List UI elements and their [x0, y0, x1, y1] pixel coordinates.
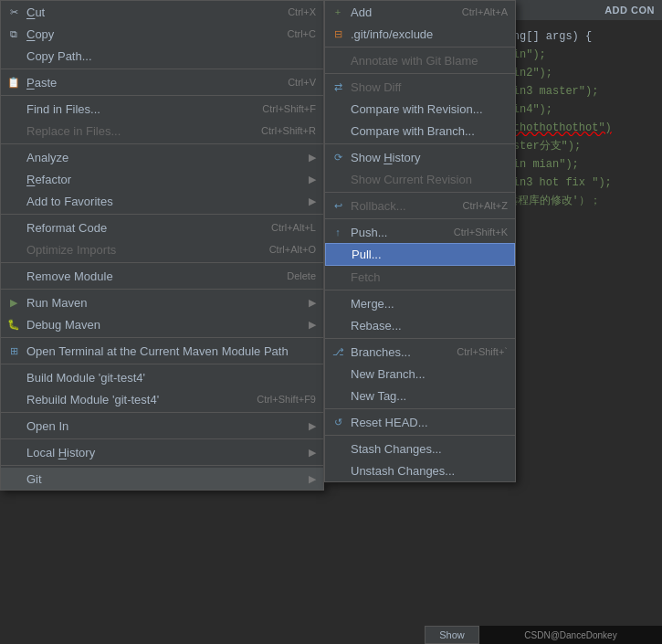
menu-label-find-files: Find in Files... [26, 102, 100, 116]
watermark-text: CSDN@DanceDonkey [524, 630, 616, 640]
rollback-icon: ↩ [331, 198, 345, 213]
arrow-icon: ▶ [309, 473, 316, 485]
separator [1, 438, 323, 439]
history-icon: ⟳ [331, 150, 345, 164]
menu-item-compare-revision[interactable]: Compare with Revision... [325, 98, 515, 120]
menu-item-open-terminal[interactable]: ⊞ Open Terminal at the Current Maven Mod… [1, 340, 323, 362]
shortcut-add: Ctrl+Alt+A [444, 6, 508, 17]
menu-label-add-favorites: Add to Favorites [26, 195, 113, 208]
menu-label-copy-path: Copy Path... [26, 49, 92, 63]
menu-label-new-branch: New Branch... [351, 367, 426, 381]
menu-item-unstash[interactable]: Unstash Changes... [325, 459, 515, 481]
menu-item-build-module[interactable]: Build Module 'git-test4' [1, 366, 323, 388]
separator [325, 218, 515, 219]
separator [1, 214, 323, 215]
menu-item-replace-files[interactable]: Replace in Files... Ctrl+Shift+R [1, 120, 323, 142]
menu-label-branches: Branches... [351, 345, 411, 359]
menu-item-find-files[interactable]: Find in Files... Ctrl+Shift+F [1, 98, 323, 120]
shortcut-cut: Ctrl+X [269, 6, 316, 17]
separator [1, 337, 323, 338]
menu-label-stash: Stash Changes... [351, 442, 442, 456]
menu-item-optimize-imports[interactable]: Optimize Imports Ctrl+Alt+O [1, 238, 323, 260]
menu-label-add: Add [351, 5, 372, 19]
separator [325, 435, 515, 436]
scissors-icon: ✂ [6, 5, 21, 19]
menu-item-local-history[interactable]: Local History ▶ [1, 441, 323, 463]
menu-item-new-tag[interactable]: New Tag... [325, 385, 515, 406]
paste-icon: 📋 [6, 75, 21, 90]
menu-label-paste: Paste [26, 76, 57, 90]
show-button[interactable]: Show [425, 626, 479, 644]
shortcut-branches: Ctrl+Shift+` [438, 346, 508, 357]
shortcut-rebuild: Ctrl+Shift+F9 [238, 394, 316, 405]
menu-label-copy: Copy [26, 27, 54, 41]
menu-item-show-history[interactable]: ⟳ Show History [325, 146, 515, 168]
menu-item-debug-maven[interactable]: 🐛 Debug Maven ▶ [1, 313, 323, 335]
menu-item-add-favorites[interactable]: Add to Favorites ▶ [1, 190, 323, 212]
menu-label-push: Push... [351, 226, 387, 239]
separator [1, 364, 323, 364]
menu-label-optimize: Optimize Imports [26, 243, 116, 257]
menu-item-run-maven[interactable]: ▶ Run Maven ▶ [1, 291, 323, 313]
menu-item-annotate[interactable]: Annotate with Git Blame [325, 49, 515, 71]
menu-item-remove-module[interactable]: Remove Module Delete [1, 265, 323, 287]
menu-item-reset-head[interactable]: ↺ Reset HEAD... [325, 411, 515, 433]
menu-label-rebuild: Rebuild Module 'git-test4' [26, 393, 159, 406]
menu-label-compare-revision: Compare with Revision... [351, 102, 483, 116]
shortcut-paste: Ctrl+V [269, 77, 316, 88]
separator [325, 143, 515, 144]
menu-label-compare-branch: Compare with Branch... [351, 124, 475, 138]
menu-label-open-terminal: Open Terminal at the Current Maven Modul… [26, 344, 289, 358]
menu-item-cut[interactable]: ✂ Cut Ctrl+X [1, 1, 323, 23]
shortcut-copy: Ctrl+C [269, 28, 316, 39]
menu-item-refactor[interactable]: Refactor ▶ [1, 168, 323, 190]
separator [1, 143, 323, 144]
arrow-icon: ▶ [309, 152, 316, 164]
branch-icon: ⎇ [331, 344, 345, 359]
menu-item-open-in[interactable]: Open In ▶ [1, 415, 323, 437]
shortcut-replace: Ctrl+Shift+R [243, 125, 316, 136]
shortcut-find: Ctrl+Shift+F [244, 103, 316, 114]
arrow-icon: ▶ [309, 174, 316, 185]
menu-label-show-diff: Show Diff [351, 80, 401, 94]
menu-label-remove-module: Remove Module [26, 269, 113, 283]
menu-label-build: Build Module 'git-test4' [26, 371, 145, 385]
menu-item-rebase[interactable]: Rebase... [325, 314, 515, 336]
run-icon: ▶ [6, 295, 21, 310]
menu-label-local-history: Local History [26, 446, 95, 459]
menu-item-new-branch[interactable]: New Branch... [325, 363, 515, 385]
menu-item-rebuild-module[interactable]: Rebuild Module 'git-test4' Ctrl+Shift+F9 [1, 388, 323, 410]
menu-item-git-exclude[interactable]: ⊟ .git/info/exclude [325, 23, 515, 45]
separator [325, 73, 515, 74]
menu-item-compare-branch[interactable]: Compare with Branch... [325, 120, 515, 142]
menu-item-copy-path[interactable]: Copy Path... [1, 45, 323, 67]
menu-item-stash[interactable]: Stash Changes... [325, 438, 515, 459]
menu-item-merge[interactable]: Merge... [325, 292, 515, 314]
menu-label-show-current-revision: Show Current Revision [351, 173, 472, 186]
menu-item-pull[interactable]: Pull... [325, 243, 515, 266]
arrow-icon: ▶ [309, 420, 316, 432]
menu-label-reformat: Reformat Code [26, 221, 107, 235]
menu-label-git: Git [26, 472, 42, 486]
menu-item-paste[interactable]: 📋 Paste Ctrl+V [1, 71, 323, 93]
menu-item-copy[interactable]: ⧉ Copy Ctrl+C [1, 23, 323, 45]
plus-icon: + [331, 5, 345, 19]
menu-item-push[interactable]: ↑ Push... Ctrl+Shift+K [325, 221, 515, 243]
terminal-icon: ⊞ [6, 343, 21, 358]
menu-item-add[interactable]: + Add Ctrl+Alt+A [325, 1, 515, 23]
separator [325, 192, 515, 193]
menu-item-git[interactable]: Git ▶ [1, 468, 323, 490]
menu-item-show-current-revision[interactable]: Show Current Revision [325, 168, 515, 190]
add-con-label[interactable]: ADD CON [604, 5, 655, 16]
separator [325, 290, 515, 290]
menu-item-rollback[interactable]: ↩ Rollback... Ctrl+Alt+Z [325, 195, 515, 216]
arrow-icon: ▶ [309, 447, 316, 459]
menu-item-reformat[interactable]: Reformat Code Ctrl+Alt+L [1, 216, 323, 238]
separator [325, 338, 515, 339]
menu-item-show-diff[interactable]: ⇄ Show Diff [325, 76, 515, 98]
menu-label-rollback: Rollback... [351, 199, 406, 213]
context-menu-git: + Add Ctrl+Alt+A ⊟ .git/info/exclude Ann… [324, 0, 516, 482]
menu-item-branches[interactable]: ⎇ Branches... Ctrl+Shift+` [325, 341, 515, 363]
menu-item-fetch[interactable]: Fetch [325, 266, 515, 288]
menu-item-analyze[interactable]: Analyze ▶ [1, 146, 323, 168]
